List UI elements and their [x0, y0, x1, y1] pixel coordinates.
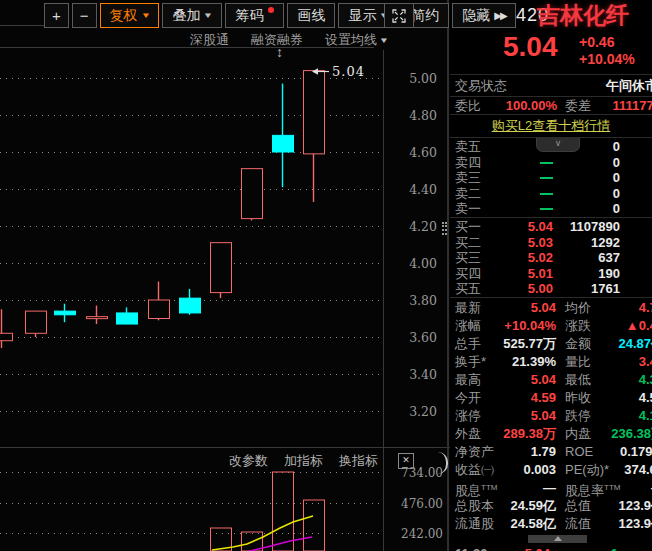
ask-row[interactable]: 卖四0	[450, 155, 652, 171]
stat-value: 4.12	[639, 407, 652, 425]
l2-promo-row: 购买L2查看十档行情	[450, 115, 652, 137]
caret-down-icon: ▼	[379, 36, 389, 45]
adjust-rights-button[interactable]: 复权▼	[100, 3, 160, 28]
stat-value: 4.58	[639, 389, 652, 407]
button-label: 叠加	[172, 7, 200, 25]
stat-value: 24.59亿	[510, 497, 556, 515]
stat-label: 收益㈠	[455, 461, 494, 479]
panel-divider-grip[interactable]	[442, 222, 447, 235]
subtoolbar-underline	[0, 47, 374, 48]
stat-label: 内盘	[565, 425, 591, 443]
volume-bar[interactable]	[304, 500, 325, 551]
panel-scrollbar[interactable]	[528, 535, 587, 543]
stat-label: 涨跌	[565, 317, 591, 335]
stat-label: 总手	[455, 335, 481, 353]
zoom-in-button[interactable]: +	[44, 3, 69, 28]
candle-body[interactable]	[55, 311, 76, 315]
panel-divider	[447, 0, 449, 551]
candle-body[interactable]	[273, 135, 294, 152]
bid-label: 买二	[455, 235, 481, 251]
button-label: +	[52, 7, 61, 24]
weicha-value: 1111777	[613, 97, 652, 114]
buy-l2-link[interactable]: 购买L2查看十档行情	[492, 118, 610, 133]
chips-button[interactable]: 筹码	[225, 3, 284, 28]
stat-label: 外盘	[455, 425, 481, 443]
bid-row[interactable]: 买一5.041107890	[450, 219, 652, 235]
stat-value: 0.003	[523, 461, 556, 479]
bid-row[interactable]: 买四5.01190	[450, 266, 652, 282]
stat-value: 236.38万	[611, 425, 652, 443]
overlay-button[interactable]: 叠加▼	[162, 3, 222, 28]
price-axis-tick: 3.80	[409, 293, 437, 308]
stat-row: 股息TTM—股息率TTM—	[450, 479, 652, 497]
candle-body[interactable]	[304, 71, 325, 154]
close-indicator-icon[interactable]: ✕	[398, 453, 414, 469]
button-label: 简约	[411, 7, 439, 25]
hide-button[interactable]: 隐藏▶▶	[452, 3, 515, 28]
candle-body[interactable]	[242, 169, 263, 219]
bid-price: 5.00	[528, 281, 553, 297]
stat-row: 总股本24.59亿总值123.9亿	[450, 497, 652, 515]
bid-price: 5.02	[528, 250, 553, 266]
stat-label: 最低	[565, 371, 591, 389]
ask-label: 卖五	[455, 139, 481, 155]
draw-line-button[interactable]: 画线	[287, 3, 335, 28]
stock-name: 吉林化纤	[537, 0, 629, 31]
stat-row: 换手*21.39%量比3.44	[450, 353, 652, 371]
button-label: 筹码	[235, 7, 263, 25]
stat-row: 流通股24.58亿流值123.9亿	[450, 515, 652, 533]
stat-value: 24.87亿	[618, 335, 652, 353]
volume-bar[interactable]	[273, 472, 294, 551]
stat-row: 净资产1.79ROE0.179%	[450, 443, 652, 461]
switch-indicator-button[interactable]: 换指标	[339, 452, 378, 470]
ask-row[interactable]: 卖二0	[450, 186, 652, 202]
bid-row[interactable]: 买三5.02637	[450, 250, 652, 266]
stat-label: 流值	[565, 515, 591, 533]
candle-body[interactable]	[117, 313, 138, 324]
ask-row[interactable]: 卖一0	[450, 201, 652, 217]
ask-label: 卖四	[455, 155, 481, 171]
stat-value: 21.39%	[512, 353, 556, 371]
last-price: 5.04	[503, 31, 558, 63]
fullscreen-button[interactable]	[384, 3, 414, 28]
stat-row: 今开4.59昨收4.58	[450, 389, 652, 407]
stat-value: 123.9亿	[618, 515, 652, 533]
stat-label: 涨停	[455, 407, 481, 425]
candle-body[interactable]	[180, 298, 201, 313]
bid-row[interactable]: 买五5.001761	[450, 281, 652, 297]
indicator-toolbar: 改参数加指标换指标 ✕	[229, 452, 414, 470]
price-axis-tick: 4.00	[409, 256, 437, 271]
collapse-order-book-tab[interactable]: ∨	[536, 138, 580, 152]
stat-row: 总手525.77万金额24.87亿	[450, 335, 652, 353]
stat-label: 换手*	[455, 353, 486, 371]
button-label: 显示	[348, 7, 376, 25]
stat-value: 1.79	[531, 443, 556, 461]
tick-row: 11:30 5.04 1	[450, 544, 652, 551]
bid-label: 买四	[455, 266, 481, 282]
candle-body[interactable]	[26, 311, 47, 333]
candle-body[interactable]	[149, 300, 170, 319]
price-axis-tick: 4.60	[409, 145, 437, 160]
candle-body[interactable]	[211, 243, 232, 293]
stat-label: 今开	[455, 389, 481, 407]
add-indicator-button[interactable]: 加指标	[284, 452, 323, 470]
bid-row[interactable]: 买二5.031292	[450, 235, 652, 251]
stat-value: 5.04	[531, 299, 556, 317]
zoom-out-button[interactable]: −	[72, 3, 97, 28]
stat-label: 净资产	[455, 443, 494, 461]
candle-body[interactable]	[87, 317, 108, 319]
stat-value: 5.04	[531, 407, 556, 425]
change-params-button[interactable]: 改参数	[229, 452, 268, 470]
weicha-label: 委差	[565, 97, 591, 114]
annotation-price-label: 5.04	[332, 64, 365, 79]
ask-row[interactable]: 卖三0	[450, 170, 652, 186]
candle-body[interactable]	[0, 333, 13, 340]
bid-price: 5.01	[528, 266, 553, 282]
stat-value: ▲0.46	[626, 317, 652, 335]
caret-down-icon: ▼	[140, 11, 150, 20]
stat-label: 跌停	[565, 407, 591, 425]
kline-chart[interactable]: 5.004.804.604.404.204.003.803.603.403.20…	[0, 50, 450, 551]
stat-value: 4.73	[639, 299, 652, 317]
ask-volume: 0	[613, 201, 620, 217]
stats-grid: 最新5.04均价4.73涨幅+10.04%涨跌▲0.46总手525.77万金额2…	[450, 299, 652, 533]
